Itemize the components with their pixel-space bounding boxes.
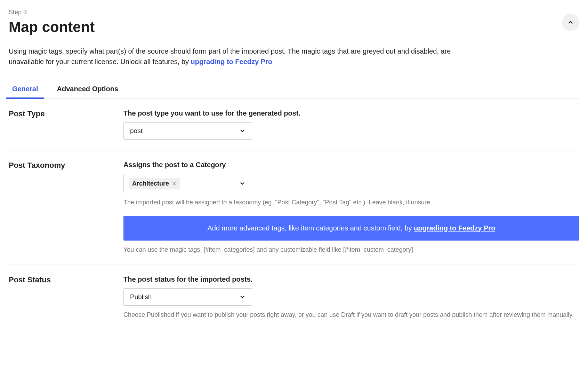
step-label: Step 3 bbox=[9, 9, 95, 16]
post-status-label: Post Status bbox=[9, 275, 123, 319]
post-status-hint: Choose Published if you want to publish … bbox=[123, 311, 579, 319]
post-status-title: The post status for the imported posts. bbox=[123, 275, 579, 283]
post-taxonomy-title: Assigns the post to a Category bbox=[123, 161, 579, 169]
chevron-up-icon bbox=[567, 19, 574, 26]
chevron-down-icon bbox=[239, 294, 245, 300]
upgrade-link[interactable]: upgrading to Feedzy Pro bbox=[191, 58, 272, 65]
taxonomy-tag-text: Architecture bbox=[132, 180, 169, 187]
taxonomy-tag-chip: Architecture bbox=[129, 178, 180, 189]
collapse-button[interactable] bbox=[562, 14, 579, 31]
upgrade-banner: Add more advanced tags, like item catego… bbox=[123, 216, 579, 241]
page-title: Map content bbox=[9, 19, 95, 36]
section-post-status: Post Status The post status for the impo… bbox=[9, 265, 579, 330]
chevron-down-icon[interactable] bbox=[239, 180, 245, 187]
banner-text: Add more advanced tags, like item catego… bbox=[207, 224, 414, 232]
chevron-down-icon bbox=[239, 128, 245, 134]
magic-tags-hint: You can use the magic tags, [#item_categ… bbox=[123, 245, 579, 254]
post-type-title: The post type you want to use for the ge… bbox=[123, 109, 579, 117]
post-status-value: Publish bbox=[130, 293, 152, 301]
post-type-label: Post Type bbox=[9, 109, 123, 140]
banner-upgrade-link[interactable]: upgrading to Feedzy Pro bbox=[414, 224, 495, 232]
taxonomy-hint: The imported post will be assigned to a … bbox=[123, 198, 579, 207]
section-post-type: Post Type The post type you want to use … bbox=[9, 99, 579, 150]
post-taxonomy-label: Post Taxonomy bbox=[9, 161, 123, 254]
taxonomy-tag-input[interactable]: Architecture bbox=[123, 174, 252, 193]
post-status-select[interactable]: Publish bbox=[123, 288, 252, 306]
post-type-select[interactable]: post bbox=[123, 122, 252, 140]
tab-general[interactable]: General bbox=[9, 81, 41, 99]
tabs: General Advanced Options bbox=[9, 81, 579, 99]
description-text: Using magic tags, specify what part(s) o… bbox=[9, 46, 464, 67]
close-icon[interactable] bbox=[172, 181, 177, 186]
post-type-value: post bbox=[130, 127, 143, 135]
section-post-taxonomy: Post Taxonomy Assigns the post to a Cate… bbox=[9, 150, 579, 265]
text-cursor bbox=[183, 179, 183, 188]
tab-advanced-options[interactable]: Advanced Options bbox=[53, 81, 122, 99]
